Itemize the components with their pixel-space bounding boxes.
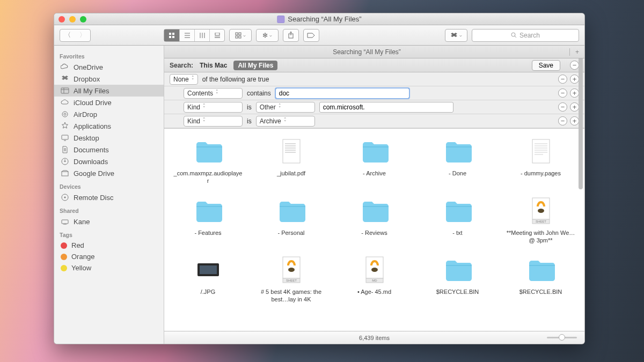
criteria-input[interactable]	[275, 88, 409, 99]
file-item[interactable]: _jubilat.pdf	[252, 136, 331, 185]
dropbox-segment: ⌵	[445, 29, 467, 42]
search-scope-bar: Search: This Mac All My Files Save −	[164, 58, 584, 72]
sidebar-item-google-drive[interactable]: Google Drive	[54, 167, 164, 179]
scope-this-mac[interactable]: This Mac	[200, 62, 227, 69]
remove-row-button[interactable]: −	[558, 116, 567, 125]
sidebar-item-label: Remote Disc	[74, 194, 113, 202]
svg-rect-4	[215, 33, 219, 35]
sidebar-item-airdrop[interactable]: AirDrop	[54, 108, 164, 120]
column-view-button[interactable]	[194, 29, 209, 41]
svg-text:MD: MD	[372, 279, 377, 282]
sidebar-item-onedrive[interactable]: OneDrive	[54, 61, 164, 73]
tags-segment	[303, 29, 319, 42]
share-button[interactable]	[283, 29, 298, 41]
sidebar-item-dropbox[interactable]: Dropbox	[54, 73, 164, 85]
icon-size-slider[interactable]	[547, 337, 577, 338]
file-item[interactable]: SHEET# 5 best 4K games: the best…lay in …	[252, 255, 331, 304]
file-item[interactable]: $RECYCLE.BIN	[501, 255, 580, 304]
file-item[interactable]: /.JPG	[169, 255, 247, 304]
nav-segment: 〈 〉	[60, 29, 91, 42]
svg-rect-0	[169, 33, 171, 35]
file-item[interactable]: $RECYCLE.BIN	[418, 255, 497, 304]
search-icon	[511, 32, 517, 38]
sidebar-item-remote-disc[interactable]: Remote Disc	[54, 191, 164, 203]
file-item[interactable]: - txt	[418, 196, 497, 245]
coverflow-view-button[interactable]	[209, 29, 224, 41]
window-title: Searching “All My Files”	[288, 15, 361, 23]
file-item[interactable]: - Features	[169, 196, 247, 245]
sidebar-item-label: iCloud Drive	[74, 99, 112, 107]
file-label: _jubilat.pdf	[277, 169, 305, 177]
svg-rect-3	[172, 36, 174, 38]
file-item[interactable]: - Archive	[335, 136, 414, 185]
view-segment	[164, 29, 225, 42]
file-item[interactable]: - Done	[418, 136, 497, 185]
criteria-row-2: Kind˄˅ is Other˄˅ −+	[164, 100, 584, 114]
remove-row-button[interactable]: −	[558, 102, 567, 112]
icon-view-button[interactable]	[164, 29, 179, 41]
forward-button[interactable]: 〉	[75, 29, 90, 41]
tag-red[interactable]: Red	[54, 240, 164, 251]
sidebar-item-downloads[interactable]: Downloads	[54, 156, 164, 167]
svg-rect-2	[169, 36, 171, 38]
file-item[interactable]: - dummy.pages	[501, 136, 580, 185]
file-label: # 5 best 4K games: the best…lay in 4K	[257, 288, 326, 304]
criteria-panel: None˄˅ of the following are true −+ Cont…	[164, 72, 584, 129]
close-icon[interactable]	[58, 16, 65, 23]
zoom-icon[interactable]	[80, 16, 86, 23]
file-item[interactable]: _com.maxmpz.audioplayer	[169, 136, 247, 185]
field-selector[interactable]: Contents˄˅	[184, 88, 243, 99]
sidebar-item-label: Applications	[74, 122, 111, 130]
svg-text:SHEET: SHEET	[535, 220, 546, 223]
op-label: is	[247, 104, 252, 111]
search-placeholder: Search	[519, 32, 540, 39]
svg-rect-27	[200, 265, 217, 274]
share-segment	[283, 29, 299, 42]
tab-search[interactable]: Searching “All My Files”	[164, 48, 569, 56]
file-item[interactable]: - Reviews	[335, 196, 414, 245]
file-item[interactable]: - Personal	[252, 196, 331, 245]
tag-orange[interactable]: Orange	[54, 251, 164, 262]
tags-button[interactable]	[304, 29, 319, 41]
file-label: - Reviews	[361, 229, 387, 237]
sidebar-item-applications[interactable]: Applications	[54, 120, 164, 132]
remove-row-button[interactable]: −	[558, 88, 567, 98]
field-selector[interactable]: Kind˄˅	[184, 102, 243, 113]
field-selector[interactable]: Kind˄˅	[184, 116, 243, 127]
sidebar-item-kane[interactable]: Kane	[54, 216, 164, 227]
tag-label: Yellow	[71, 264, 91, 272]
tag-dot-icon	[61, 265, 67, 271]
scope-all-files[interactable]: All My Files	[233, 61, 277, 70]
toolbar-search[interactable]: Search	[472, 29, 579, 42]
root-selector[interactable]: None˄˅	[170, 74, 198, 85]
sidebar-item-label: Downloads	[74, 158, 108, 166]
arrange-button[interactable]: ⌵	[230, 29, 251, 41]
list-view-button[interactable]	[179, 29, 194, 41]
new-tab-button[interactable]: +	[569, 48, 584, 56]
kind-selector[interactable]: Archive˄˅	[256, 116, 315, 127]
sidebar-item-label: AirDrop	[74, 110, 97, 119]
criteria-text-input[interactable]	[319, 102, 453, 113]
back-button[interactable]: 〈	[60, 29, 75, 41]
tag-yellow[interactable]: Yellow	[54, 262, 164, 274]
sidebar-item-all-my-files[interactable]: All My Files	[54, 85, 164, 97]
svg-point-10	[511, 33, 515, 36]
file-label: - Archive	[363, 169, 386, 177]
save-search-button[interactable]: Save	[532, 60, 560, 71]
svg-rect-14	[62, 135, 68, 139]
toolbar: 〈 〉 ⌵ ✻⌵ ⌵ Search	[54, 25, 584, 46]
sidebar-item-label: Desktop	[74, 134, 99, 142]
minimize-icon[interactable]	[69, 16, 76, 23]
tag-label: Red	[71, 241, 84, 249]
sidebar-item-documents[interactable]: Documents	[54, 144, 164, 156]
kind-selector[interactable]: Other˄˅	[256, 102, 315, 113]
remove-row-button[interactable]: −	[558, 75, 567, 84]
criteria-row-1: Contents˄˅ contains −+	[164, 86, 584, 100]
sidebar-item-desktop[interactable]: Desktop	[54, 132, 164, 144]
file-item[interactable]: MD• Age- 45.md	[335, 255, 414, 304]
dropbox-button[interactable]: ⌵	[445, 29, 467, 41]
finder-window: Searching “All My Files” 〈 〉 ⌵ ✻⌵ ⌵	[54, 13, 585, 344]
action-button[interactable]: ✻⌵	[257, 29, 278, 41]
sidebar-item-icloud-drive[interactable]: iCloud Drive	[54, 97, 164, 108]
file-item[interactable]: SHEET**Meeting with John We…@ 3pm**	[501, 196, 580, 245]
